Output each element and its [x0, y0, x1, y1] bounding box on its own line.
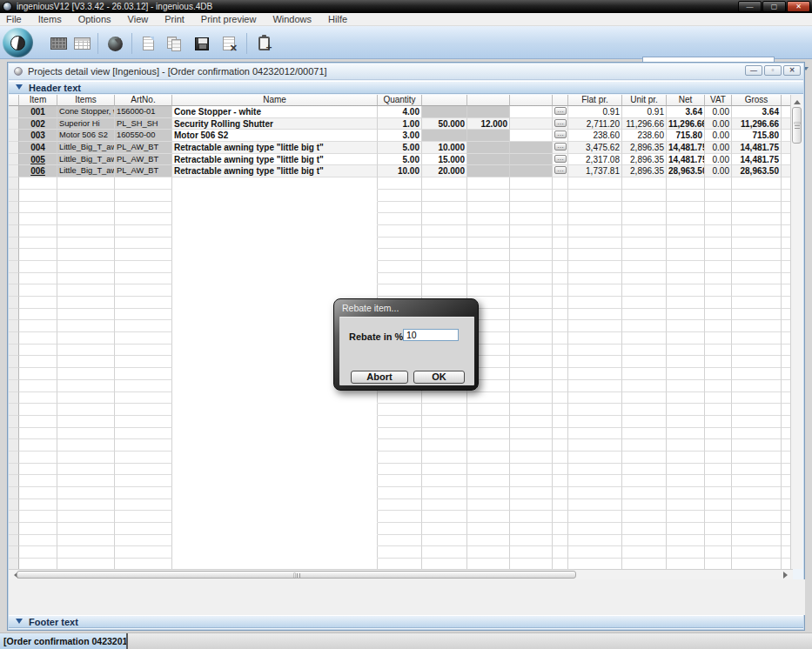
row-options-button[interactable]: …: [554, 130, 567, 138]
column-header-qty[interactable]: Quantity: [378, 95, 422, 106]
cell-dots[interactable]: …: [553, 106, 568, 118]
cell-net[interactable]: 715.80: [667, 130, 705, 142]
cell-items[interactable]: Cone Stopper, w: [57, 106, 115, 118]
cell-d1[interactable]: 20.000: [422, 165, 467, 177]
cell-d2[interactable]: [467, 154, 510, 166]
column-header-dots[interactable]: [553, 95, 568, 106]
delete-document-button[interactable]: ✕: [218, 32, 240, 55]
cell-items[interactable]: Little_Big_T_awn: [57, 154, 115, 166]
horizontal-scrollbar[interactable]: [9, 569, 793, 579]
column-header-net[interactable]: Net: [667, 95, 705, 106]
cell-flat[interactable]: 3,475.62: [568, 142, 622, 154]
cell-d1[interactable]: 10.000: [422, 142, 467, 154]
cell-name[interactable]: Motor 506 S2: [172, 130, 378, 142]
cell-name[interactable]: Cone Stopper - white: [172, 106, 378, 118]
new-document-button[interactable]: [137, 32, 159, 55]
cell-qty[interactable]: 1.00: [378, 118, 422, 130]
cell-artno[interactable]: 156000-01: [115, 106, 172, 118]
cell-dots[interactable]: …: [553, 165, 568, 177]
maximize-button[interactable]: ▢: [762, 1, 786, 12]
cell-gross[interactable]: 3.64: [732, 106, 782, 118]
titlebar[interactable]: ingeniousV12 [V3.3.42 - 26.03.12] - inge…: [0, 0, 812, 13]
cell-d2[interactable]: [467, 165, 510, 177]
column-header-gross[interactable]: Gross: [732, 95, 782, 106]
cell-d2[interactable]: [467, 106, 510, 118]
cell-net[interactable]: 14,481.75: [667, 154, 705, 166]
cell-d1[interactable]: 50.000: [422, 118, 467, 130]
cell-gross[interactable]: 11,296.66: [732, 118, 782, 130]
cell-name[interactable]: Retractable awning type "little big t": [172, 142, 378, 154]
cell-extra[interactable]: [510, 165, 553, 177]
cell-unit[interactable]: 11,296.66: [622, 118, 667, 130]
cell-item[interactable]: 004: [19, 142, 57, 154]
cell-d2[interactable]: [467, 130, 510, 142]
rebate-percent-input[interactable]: [403, 329, 459, 341]
cell-qty[interactable]: 10.00: [378, 165, 422, 177]
cell-item[interactable]: 005: [19, 154, 57, 166]
menu-item-windows[interactable]: Windows: [272, 14, 312, 24]
table-view-button[interactable]: [70, 32, 93, 55]
cell-item[interactable]: 006: [19, 165, 57, 177]
row-options-button[interactable]: …: [554, 166, 567, 174]
cell-item[interactable]: 001: [19, 106, 57, 118]
cell-artno[interactable]: PL_AW_BT: [115, 142, 172, 154]
cell-d1[interactable]: [422, 130, 467, 142]
cell-gross[interactable]: 28,963.50: [732, 165, 782, 177]
cell-qty[interactable]: 3.00: [378, 130, 422, 142]
cell-unit[interactable]: 2,896.35: [622, 154, 667, 166]
vertical-scroll-thumb[interactable]: [792, 107, 802, 144]
cell-extra[interactable]: [510, 142, 553, 154]
save-button[interactable]: [191, 32, 213, 55]
cell-artno[interactable]: PL_AW_BT: [115, 165, 172, 177]
column-header-rowmargin[interactable]: [9, 95, 19, 106]
column-header-extra[interactable]: [510, 95, 553, 106]
cell-items[interactable]: Motor 506 S2: [57, 130, 115, 142]
cell-item[interactable]: 003: [19, 130, 57, 142]
cell-name[interactable]: Security Rolling Shutter: [172, 118, 378, 130]
cell-dots[interactable]: …: [553, 118, 568, 130]
menu-item-file[interactable]: File: [6, 14, 22, 24]
cell-d1[interactable]: [422, 106, 467, 118]
horizontal-scroll-thumb[interactable]: [17, 571, 576, 579]
cell-gross[interactable]: 715.80: [732, 130, 782, 142]
column-header-vat[interactable]: VAT: [705, 95, 732, 106]
cell-net[interactable]: 11,296.66: [667, 118, 705, 130]
copy-button[interactable]: [164, 32, 186, 55]
collapse-triangle-icon[interactable]: [16, 619, 23, 627]
cell-rowmargin[interactable]: [9, 154, 19, 166]
cell-net[interactable]: 3.64: [667, 106, 705, 118]
cell-d2[interactable]: [467, 142, 510, 154]
cell-unit[interactable]: 0.91: [622, 106, 667, 118]
cell-rowmargin[interactable]: [9, 142, 19, 154]
menu-item-print[interactable]: Print: [164, 14, 185, 24]
document-titlebar[interactable]: Projects detail view [Ingenious] - [Orde…: [9, 64, 803, 80]
menu-item-print-preview[interactable]: Print preview: [201, 14, 257, 24]
cell-item[interactable]: 002: [19, 118, 57, 130]
column-header-item[interactable]: Item: [19, 95, 57, 106]
doc-restore-button[interactable]: ▫: [764, 65, 782, 76]
cell-artno[interactable]: 160550-00: [115, 130, 172, 142]
cell-items[interactable]: Superior Hi: [57, 118, 115, 130]
cell-vat[interactable]: 0.00: [705, 142, 732, 154]
row-options-button[interactable]: …: [554, 143, 567, 151]
cell-unit[interactable]: 2,896.35: [622, 165, 667, 177]
cell-flat[interactable]: 1,737.81: [568, 165, 622, 177]
abort-button[interactable]: Abort: [351, 371, 408, 384]
menu-item-view[interactable]: View: [128, 14, 149, 24]
vertical-scrollbar[interactable]: [790, 95, 802, 569]
scroll-up-icon[interactable]: [794, 97, 801, 104]
column-header-name[interactable]: Name: [172, 95, 378, 106]
row-options-button[interactable]: …: [554, 155, 567, 163]
cell-extra[interactable]: [510, 154, 553, 166]
row-options-button[interactable]: …: [554, 119, 567, 127]
ok-button[interactable]: OK: [413, 371, 465, 384]
footer-text-section[interactable]: Footer text: [9, 615, 803, 628]
column-header-artno[interactable]: ArtNo.: [115, 95, 172, 106]
cell-rowmargin[interactable]: [9, 106, 19, 118]
cell-artno[interactable]: PL_AW_BT: [115, 154, 172, 166]
cell-dots[interactable]: …: [553, 130, 568, 142]
minimize-button[interactable]: —: [738, 1, 762, 12]
cell-net[interactable]: 28,963.50: [667, 165, 705, 177]
row-options-button[interactable]: …: [554, 107, 567, 115]
cell-vat[interactable]: 0.00: [705, 165, 732, 177]
